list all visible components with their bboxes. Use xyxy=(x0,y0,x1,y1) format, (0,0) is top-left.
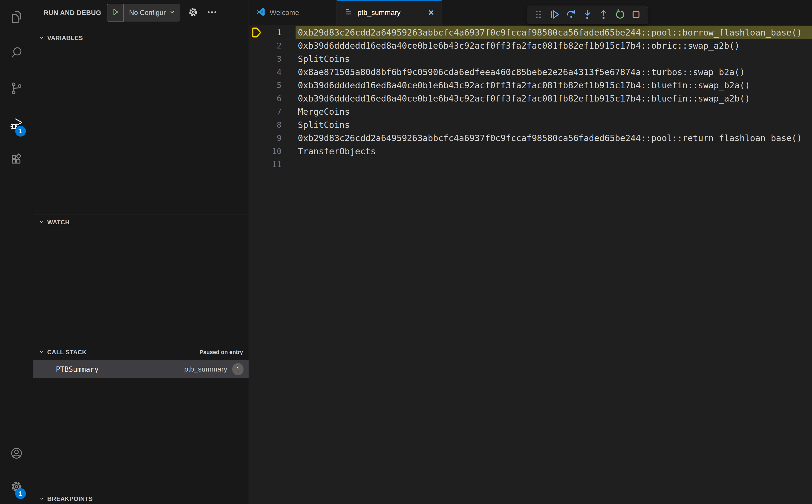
code-line[interactable]: 90xb29d83c26cdd2a64959263abbcfc4a6937f0c… xyxy=(249,131,812,145)
tab-ptb-summary-label: ptb_summary xyxy=(357,9,401,17)
paused-status-text: Paused on entry xyxy=(199,349,243,356)
vscode-window: 1 xyxy=(0,0,812,504)
stack-frame-file: ptb_summary xyxy=(184,365,227,373)
close-icon[interactable]: ✕ xyxy=(428,9,435,17)
source-control-icon xyxy=(10,81,23,96)
breakpoints-section-header[interactable]: BREAKPOINTS xyxy=(33,491,248,504)
breakpoint-gutter[interactable] xyxy=(249,92,261,105)
editor-gutter[interactable]: 10 xyxy=(249,145,295,158)
views-more-actions-button[interactable] xyxy=(206,7,218,19)
editor-gutter[interactable]: 4 xyxy=(249,65,295,79)
editor-lines: 10xb29d83c26cdd2a64959263abbcfc4a6937f0c… xyxy=(249,26,812,171)
files-icon xyxy=(10,10,23,25)
settings-badge: 1 xyxy=(15,488,26,499)
code-text[interactable]: SplitCoins xyxy=(295,118,812,131)
code-text[interactable]: 0x8ae871505a80d8bf6bf9c05906cda6edfeea46… xyxy=(295,65,812,79)
code-line[interactable]: 10xb29d83c26cdd2a64959263abbcfc4a6937f0c… xyxy=(249,26,812,39)
breakpoint-gutter[interactable] xyxy=(249,118,261,131)
code-text[interactable]: MergeCoins xyxy=(295,105,812,118)
breakpoint-gutter[interactable] xyxy=(249,79,261,92)
step-out-button[interactable] xyxy=(596,7,612,23)
step-over-button[interactable] xyxy=(563,7,579,23)
code-line[interactable]: 3SplitCoins xyxy=(249,52,812,65)
code-text[interactable]: 0xb39d6dddedd16ed8a40ce0b1e6b43c92acf0ff… xyxy=(295,92,812,105)
activity-search[interactable] xyxy=(0,36,33,71)
breakpoint-gutter[interactable] xyxy=(249,131,261,145)
code-text[interactable]: 0xb29d83c26cdd2a64959263abbcfc4a6937f0c9… xyxy=(295,26,812,39)
play-icon xyxy=(110,7,120,18)
current-line-arrow-icon[interactable] xyxy=(249,26,261,39)
file-lines-icon xyxy=(344,7,353,19)
stack-frame-badge: 1 xyxy=(232,363,243,375)
variables-section-label: VARIABLES xyxy=(47,35,83,42)
code-line[interactable]: 7MergeCoins xyxy=(249,105,812,118)
activity-run-and-debug[interactable]: 1 xyxy=(0,107,33,142)
activity-extensions[interactable] xyxy=(0,142,33,178)
breakpoint-gutter[interactable] xyxy=(249,158,261,171)
chevron-down-icon xyxy=(168,8,176,18)
code-line[interactable]: 60xb39d6dddedd16ed8a40ce0b1e6b43c92acf0f… xyxy=(249,92,812,105)
editor-content[interactable]: 10xb29d83c26cdd2a64959263abbcfc4a6937f0c… xyxy=(249,25,812,504)
search-icon xyxy=(10,46,23,61)
call-stack-frame-row[interactable]: PTBSummary ptb_summary 1 xyxy=(33,360,248,378)
code-text[interactable]: SplitCoins xyxy=(295,52,812,65)
breakpoint-gutter[interactable] xyxy=(249,105,261,118)
step-into-icon xyxy=(582,9,593,21)
code-text[interactable]: 0xb29d83c26cdd2a64959263abbcfc4a6937f0c9… xyxy=(295,131,812,145)
activity-explorer[interactable] xyxy=(0,0,33,36)
editor-gutter[interactable]: 7 xyxy=(249,105,295,118)
tab-welcome[interactable]: Welcome xyxy=(249,0,337,25)
breakpoint-gutter[interactable] xyxy=(249,65,261,79)
line-number: 2 xyxy=(261,39,295,52)
code-text[interactable] xyxy=(295,158,812,171)
start-debugging-button[interactable] xyxy=(107,4,124,22)
chevron-down-icon xyxy=(38,494,46,503)
code-line[interactable]: 10TransferObjects xyxy=(249,145,812,158)
code-line[interactable]: 40x8ae871505a80d8bf6bf9c05906cda6edfeea4… xyxy=(249,65,812,79)
code-text[interactable]: 0xb39d6dddedd16ed8a40ce0b1e6b43c92acf0ff… xyxy=(295,79,812,92)
toolbar-drag-handle[interactable] xyxy=(531,7,547,23)
call-stack-section: CALL STACK Paused on entry PTBSummary pt… xyxy=(33,344,248,491)
stop-button[interactable] xyxy=(628,7,644,23)
breakpoint-gutter[interactable] xyxy=(249,39,261,52)
code-line[interactable]: 50xb39d6dddedd16ed8a40ce0b1e6b43c92acf0f… xyxy=(249,79,812,92)
editor-gutter[interactable]: 5 xyxy=(249,79,295,92)
activity-settings[interactable]: 1 xyxy=(0,471,33,504)
breakpoint-gutter[interactable] xyxy=(249,145,261,158)
grip-dots-icon xyxy=(533,9,544,21)
debug-badge: 1 xyxy=(15,126,26,137)
activity-bar: 1 xyxy=(0,0,33,504)
code-line[interactable]: 20xb39d6dddedd16ed8a40ce0b1e6b43c92acf0f… xyxy=(249,39,812,52)
watch-section-header[interactable]: WATCH xyxy=(33,214,248,230)
variables-section: VARIABLES xyxy=(33,25,248,214)
breakpoint-gutter[interactable] xyxy=(249,52,261,65)
debug-settings-gear-button[interactable] xyxy=(188,7,199,19)
code-text[interactable]: 0xb39d6dddedd16ed8a40ce0b1e6b43c92acf0ff… xyxy=(295,39,812,52)
editor-gutter[interactable]: 11 xyxy=(249,158,295,171)
editor-gutter[interactable]: 3 xyxy=(249,52,295,65)
continue-icon xyxy=(549,9,561,21)
stop-icon xyxy=(630,9,642,21)
code-text[interactable]: TransferObjects xyxy=(295,145,812,158)
code-line[interactable]: 8SplitCoins xyxy=(249,118,812,131)
continue-button[interactable] xyxy=(547,7,563,23)
activity-source-control[interactable] xyxy=(0,71,33,107)
editor-gutter[interactable]: 8 xyxy=(249,118,295,131)
editor-gutter[interactable]: 2 xyxy=(249,39,295,52)
debug-configuration-dropdown[interactable]: No Configur xyxy=(124,4,180,22)
call-stack-section-header[interactable]: CALL STACK Paused on entry xyxy=(33,344,248,360)
editor-gutter[interactable]: 6 xyxy=(249,92,295,105)
editor-gutter[interactable]: 9 xyxy=(249,131,295,145)
restart-button[interactable] xyxy=(612,7,628,23)
code-line[interactable]: 11 xyxy=(249,158,812,171)
activity-accounts[interactable] xyxy=(0,437,33,471)
line-number: 1 xyxy=(261,26,295,39)
editor-gutter[interactable]: 1 xyxy=(249,26,295,39)
editor-group: Welcome ptb_summary ✕ xyxy=(249,0,812,504)
step-over-icon xyxy=(565,9,577,21)
variables-section-header[interactable]: VARIABLES xyxy=(33,25,248,46)
step-into-button[interactable] xyxy=(579,7,596,23)
line-number: 11 xyxy=(261,158,295,171)
stack-frame-name: PTBSummary xyxy=(56,365,184,374)
tab-ptb-summary[interactable]: ptb_summary ✕ xyxy=(337,0,442,25)
